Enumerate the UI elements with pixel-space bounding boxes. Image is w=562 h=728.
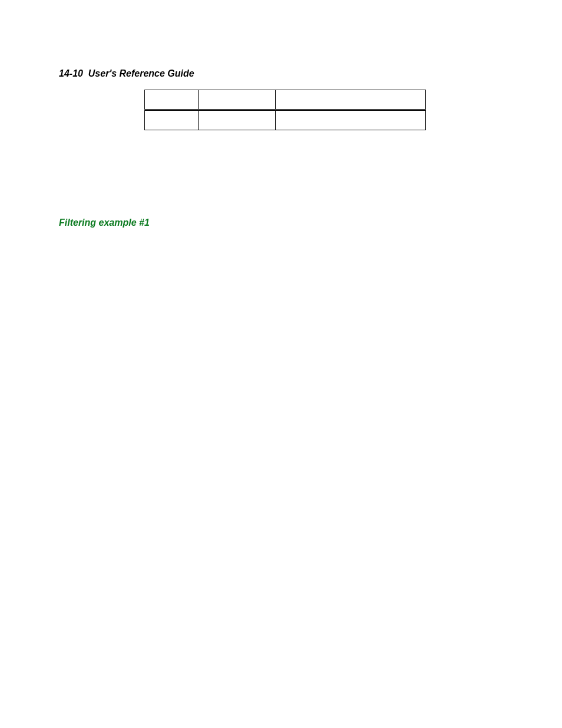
document-page: 14-10 User's Reference Guide Filtering e… bbox=[59, 68, 507, 228]
data-table bbox=[144, 90, 426, 130]
table-header-cell bbox=[276, 90, 426, 110]
table-cell bbox=[145, 110, 199, 130]
table-header-cell bbox=[145, 90, 199, 110]
table-header-row bbox=[145, 90, 426, 110]
page-number: 14-10 bbox=[59, 68, 83, 78]
table-row bbox=[145, 110, 426, 130]
section-heading: Filtering example #1 bbox=[59, 218, 507, 228]
page-title: User's Reference Guide bbox=[88, 68, 194, 78]
table-header-cell bbox=[199, 90, 276, 110]
running-header: 14-10 User's Reference Guide bbox=[59, 68, 507, 79]
table-container bbox=[144, 90, 507, 130]
table-cell bbox=[276, 110, 426, 130]
table-cell bbox=[199, 110, 276, 130]
